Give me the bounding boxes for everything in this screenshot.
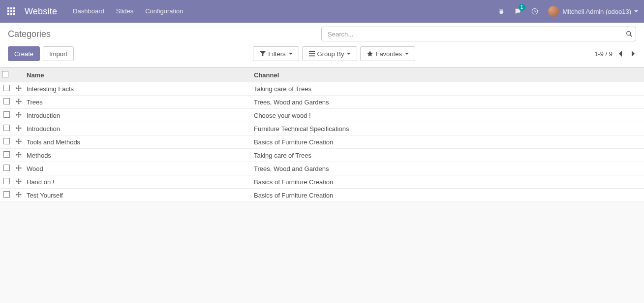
apps-menu-button[interactable]: [0, 0, 23, 23]
control-panel: Categories Create Import Filters: [0, 23, 644, 67]
row-checkbox[interactable]: [3, 178, 10, 184]
svg-rect-12: [308, 51, 314, 52]
chevron-down-icon: [347, 53, 351, 55]
drag-handle[interactable]: [16, 165, 22, 171]
row-checkbox[interactable]: [3, 125, 10, 131]
app-name[interactable]: Website: [23, 6, 67, 17]
search-icon[interactable]: [626, 31, 633, 37]
table-row[interactable]: Test YourselfBasics of Furniture Creatio…: [0, 189, 644, 202]
cell-channel: Choose your wood !: [254, 112, 311, 119]
group-by-dropdown[interactable]: Group By: [302, 46, 358, 61]
cell-name: Methods: [27, 152, 51, 159]
categories-table: Name Channel Interesting FactsTaking car…: [0, 67, 644, 202]
svg-rect-2: [13, 7, 15, 9]
svg-rect-0: [7, 7, 9, 9]
svg-line-11: [630, 35, 632, 36]
svg-rect-5: [13, 10, 15, 12]
cell-name: Hand on !: [27, 178, 54, 186]
filters-dropdown[interactable]: Filters: [253, 46, 299, 61]
pager-counter[interactable]: 1-9 / 9: [594, 50, 613, 58]
systray: 1 Mitchell Admin (odoo13): [493, 0, 640, 23]
chevron-down-icon: [405, 53, 409, 55]
favorites-dropdown[interactable]: Favorites: [360, 46, 415, 61]
chevron-down-icon: [289, 53, 293, 55]
cell-name: Introduction: [27, 112, 60, 119]
drag-handle[interactable]: [16, 192, 22, 198]
cell-channel: Trees, Wood and Gardens: [254, 99, 329, 106]
create-button[interactable]: Create: [8, 46, 40, 61]
drag-handle[interactable]: [16, 112, 22, 118]
activities-button[interactable]: [526, 0, 543, 23]
chevron-down-icon: [634, 10, 638, 12]
cell-name: Test Yourself: [27, 192, 63, 199]
drag-handle[interactable]: [16, 125, 22, 131]
table-row[interactable]: Tools and MethodsBasics of Furniture Cre…: [0, 135, 644, 149]
row-checkbox[interactable]: [3, 151, 10, 158]
drag-handle[interactable]: [16, 178, 22, 184]
drag-handle[interactable]: [16, 99, 22, 104]
table-row[interactable]: WoodTrees, Wood and Gardens: [0, 162, 644, 175]
cell-name: Introduction: [27, 125, 60, 133]
user-menu[interactable]: Mitchell Admin (odoo13): [543, 6, 640, 17]
app-menu: Dashboard Slides Configuration: [67, 0, 189, 23]
cell-name: Wood: [27, 165, 43, 172]
cell-name: Tools and Methods: [27, 138, 80, 146]
cell-channel: Furniture Technical Specifications: [254, 125, 349, 133]
filter-icon: [259, 50, 266, 57]
cell-channel: Basics of Furniture Creation: [254, 192, 333, 199]
drag-handle[interactable]: [16, 85, 22, 91]
menu-dashboard[interactable]: Dashboard: [67, 0, 110, 23]
chevron-left-icon: [618, 50, 623, 57]
drag-handle[interactable]: [16, 152, 22, 158]
select-all-checkbox[interactable]: [2, 71, 8, 77]
group-by-label: Group By: [317, 50, 344, 58]
row-checkbox[interactable]: [3, 138, 10, 144]
menu-slides[interactable]: Slides: [110, 0, 139, 23]
chevron-right-icon: [631, 50, 636, 57]
svg-rect-3: [7, 10, 9, 12]
svg-rect-4: [10, 10, 12, 12]
table-row[interactable]: Interesting FactsTaking care of Trees: [0, 82, 644, 96]
bug-icon: [498, 8, 505, 15]
debug-button[interactable]: [493, 0, 510, 23]
row-checkbox[interactable]: [3, 85, 10, 91]
search-box[interactable]: [321, 27, 636, 41]
import-button[interactable]: Import: [43, 46, 74, 61]
messaging-button[interactable]: 1: [510, 0, 526, 23]
list-icon: [308, 50, 315, 57]
row-checkbox[interactable]: [3, 111, 10, 118]
table-row[interactable]: Hand on !Basics of Furniture Creation: [0, 175, 644, 189]
user-label: Mitchell Admin (odoo13): [563, 8, 631, 15]
row-checkbox[interactable]: [3, 191, 10, 198]
row-checkbox[interactable]: [3, 98, 10, 104]
svg-point-10: [627, 32, 631, 35]
pager-prev[interactable]: [617, 50, 623, 57]
filters-label: Filters: [268, 50, 285, 58]
avatar: [548, 6, 559, 17]
star-icon: [367, 50, 373, 57]
messaging-badge: 1: [519, 4, 525, 11]
cell-channel: Taking care of Trees: [254, 152, 311, 159]
table-row[interactable]: IntroductionChoose your wood !: [0, 109, 644, 122]
cell-channel: Taking care of Trees: [254, 85, 311, 93]
svg-rect-7: [10, 13, 12, 15]
column-header-name[interactable]: Name: [25, 68, 252, 82]
cell-channel: Trees, Wood and Gardens: [254, 165, 329, 172]
clock-icon: [531, 8, 538, 15]
table-row[interactable]: TreesTrees, Wood and Gardens: [0, 96, 644, 109]
cell-name: Trees: [27, 99, 43, 106]
menu-configuration[interactable]: Configuration: [139, 0, 189, 23]
pager-next[interactable]: [630, 50, 636, 57]
row-checkbox[interactable]: [3, 165, 10, 171]
drag-handle[interactable]: [16, 138, 22, 144]
table-row[interactable]: MethodsTaking care of Trees: [0, 149, 644, 162]
table-row[interactable]: IntroductionFurniture Technical Specific…: [0, 122, 644, 135]
column-header-channel[interactable]: Channel: [252, 68, 644, 82]
apps-icon: [7, 7, 15, 15]
svg-rect-1: [10, 7, 12, 9]
cell-channel: Basics of Furniture Creation: [254, 138, 333, 146]
cell-name: Interesting Facts: [27, 85, 74, 93]
search-input[interactable]: [327, 30, 626, 38]
svg-rect-8: [13, 13, 15, 15]
favorites-label: Favorites: [375, 50, 401, 58]
